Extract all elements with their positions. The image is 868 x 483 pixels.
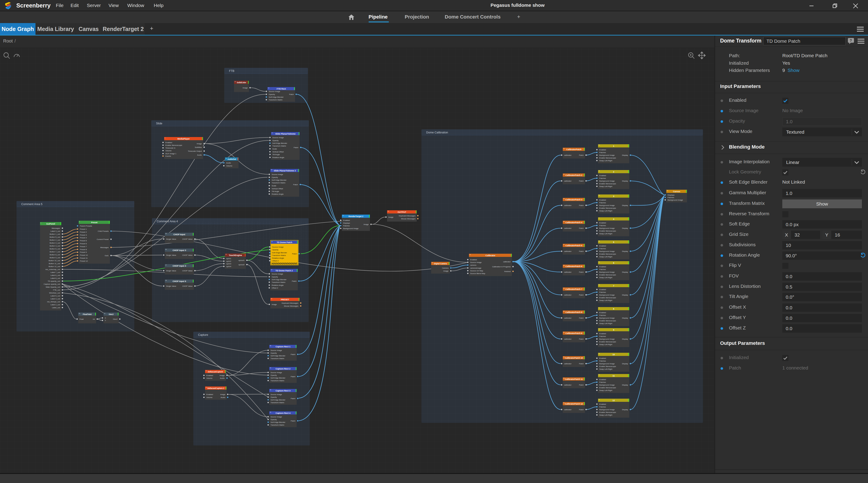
svg-text:Label 4_out: Label 4_out — [51, 298, 60, 300]
svg-text:Enable Stereoscopic: Enable Stereoscopic — [599, 387, 616, 389]
svg-text:Opacity: Opacity — [273, 140, 279, 142]
svg-text:Vertical Offset: Vertical Offset — [273, 151, 284, 153]
svg-text:34: 34 — [598, 374, 600, 375]
svg-text:1: 1 — [40, 222, 41, 224]
svg-text:Button 8_out: Button 8_out — [50, 254, 60, 256]
svg-text:SolidColor: SolidColor — [237, 82, 246, 84]
svg-text:Background Image: Background Image — [599, 409, 615, 411]
svg-text:Soft Edge Blender: Soft Edge Blender — [272, 252, 287, 254]
svg-text:Image: Image — [243, 87, 248, 89]
svg-text:Scale: Scale — [273, 148, 277, 150]
svg-text:Button 12_out: Button 12_out — [49, 266, 60, 268]
svg-text:Preset 6: Preset 6 — [80, 243, 87, 245]
svg-text:RenderTarget 2: RenderTarget 2 — [348, 215, 363, 217]
svg-text:Capture Rect 4: Capture Rect 4 — [276, 412, 290, 414]
svg-text:Enabled: Enabled — [599, 175, 606, 177]
svg-text:Timecode In: Timecode In — [165, 147, 176, 149]
svg-text:Patch: Patch — [291, 375, 296, 378]
svg-text:Transform Matrix: Transform Matrix — [271, 380, 284, 382]
svg-text:calibrator: calibrator — [564, 227, 572, 229]
svg-text:45: 45 — [563, 198, 565, 200]
svg-text:Patch: Patch — [579, 338, 584, 340]
svg-text:Patch: Patch — [292, 253, 297, 255]
svg-text:Patch: Patch — [579, 227, 584, 229]
svg-text:9: 9 — [613, 329, 614, 331]
svg-text:Soft Edge Blender: Soft Edge Blender — [271, 421, 285, 423]
svg-text:Enabled: Enabled — [599, 403, 606, 405]
svg-text:47: 47 — [563, 244, 565, 245]
svg-text:Patch: Patch — [579, 294, 584, 296]
svg-text:CHOP Input 4: CHOP Input 4 — [173, 265, 186, 267]
svg-text:33: 33 — [598, 353, 600, 354]
svg-text:op/out2: op/out2 — [238, 264, 245, 266]
svg-text:Patches: Patches — [599, 291, 606, 293]
svg-text:Single Value: Single Value — [166, 238, 176, 240]
svg-text:Tilt Angle: Tilt Angle — [272, 190, 279, 192]
svg-text:Source Image: Source Image — [272, 174, 283, 176]
svg-text:Calibration in Progress: Calibration in Progress — [492, 266, 511, 268]
svg-text:50: 50 — [563, 311, 565, 312]
svg-text:calibrator: calibrator — [564, 294, 572, 296]
svg-text:Display: Display — [622, 338, 628, 340]
svg-text:CalibratorPatch 8: CalibratorPatch 8 — [565, 311, 583, 313]
svg-text:res_cubemap_out: res_cubemap_out — [45, 268, 60, 270]
svg-text:Swap Left-Right: Swap Left-Right — [599, 210, 613, 212]
svg-text:Slide PlanarToDome 2: Slide PlanarToDome 2 — [274, 170, 296, 172]
svg-text:Button 10_out: Button 10_out — [49, 260, 60, 262]
svg-text:8: 8 — [613, 308, 614, 310]
svg-text:22: 22 — [225, 254, 227, 255]
svg-text:Display: Display — [622, 409, 628, 411]
svg-text:Patch: Patch — [291, 354, 296, 356]
svg-text:Enabled: Enabled — [599, 149, 606, 151]
svg-text:Capture Rect 1: Capture Rect 1 — [276, 345, 290, 348]
svg-text:AUX Image 1: AUX Image 1 — [165, 153, 177, 155]
svg-text:Transform Matrix: Transform Matrix — [272, 182, 285, 184]
svg-text:Offset Z: Offset Z — [272, 287, 278, 289]
svg-text:Single Value: Single Value — [166, 254, 176, 256]
svg-text:Float: Float — [80, 318, 84, 320]
svg-text:Out1: Out1 — [105, 254, 109, 256]
svg-text:Label_out: Label_out — [52, 307, 60, 309]
svg-text:Transform Matrix: Transform Matrix — [271, 401, 284, 404]
svg-text:Patch: Patch — [579, 363, 584, 365]
svg-text:32: 32 — [598, 328, 600, 330]
svg-text:Patches: Patches — [599, 177, 606, 179]
svg-text:Current Preset: Current Preset — [97, 238, 109, 240]
svg-text:Swap Left-Right: Swap Left-Right — [599, 368, 613, 370]
svg-text:Rotation Angle: Rotation Angle — [272, 284, 284, 286]
svg-text:Displays: Displays — [668, 194, 675, 196]
svg-text:res_fisheye_out: res_fisheye_out — [47, 301, 60, 303]
svg-text:PRESET: PRESET — [281, 299, 289, 301]
svg-text:Soft Edge Blender: Soft Edge Blender — [269, 96, 284, 98]
svg-text:Tilt Angle: Tilt Angle — [273, 154, 280, 156]
svg-text:calibrator: calibrator — [564, 338, 572, 340]
svg-text:Preset 5: Preset 5 — [80, 240, 87, 242]
svg-text:Patches: Patches — [599, 335, 606, 337]
svg-text:Enabled: Enabled — [599, 289, 606, 291]
svg-text:Button 5_out: Button 5_out — [50, 236, 60, 238]
svg-text:11: 11 — [613, 375, 615, 377]
svg-text:CHOP Value: CHOP Value — [182, 254, 193, 256]
svg-text:FloatToInt: FloatToInt — [83, 313, 92, 315]
svg-text:Opacity: Opacity — [271, 352, 277, 354]
svg-text:Patch: Patch — [292, 280, 297, 282]
svg-text:Soft Edge Blender: Soft Edge Blender — [271, 355, 285, 357]
svg-text:23: 23 — [268, 87, 269, 89]
svg-text:Patch: Patch — [579, 317, 584, 319]
svg-text:Image: Image — [197, 143, 202, 145]
svg-text:6: 6 — [613, 262, 614, 264]
svg-text:Label 6_out: Label 6_out — [51, 274, 60, 276]
svg-text:WireSize_out: WireSize_out — [49, 292, 60, 294]
svg-text:Patch: Patch — [579, 250, 584, 252]
svg-text:Patch: Patch — [579, 154, 584, 156]
svg-text:Swap Left-Right: Swap Left-Right — [599, 323, 613, 325]
svg-text:Label 5_out: Label 5_out — [51, 295, 60, 297]
svg-text:Enabled: Enabled — [599, 379, 606, 381]
svg-text:Opacity: Opacity — [271, 419, 277, 421]
svg-text:Opacity: Opacity — [271, 374, 277, 376]
svg-text:Label 7_out: Label 7_out — [51, 271, 60, 273]
svg-text:Capture Rect 2: Capture Rect 2 — [276, 368, 290, 370]
svg-text:13: 13 — [235, 81, 236, 82]
svg-text:CalibratorPatch 5: CalibratorPatch 5 — [565, 244, 583, 247]
svg-text:Patches: Patches — [599, 224, 606, 227]
